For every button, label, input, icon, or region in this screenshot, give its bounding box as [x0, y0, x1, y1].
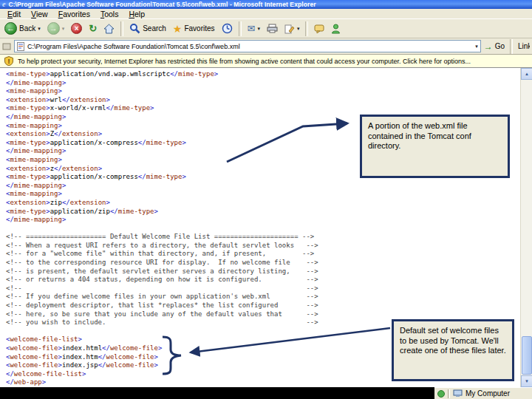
- address-bar: C:\Program Files\Apache Software Foundat…: [0, 38, 532, 55]
- back-dropdown-icon[interactable]: ▾: [38, 26, 41, 32]
- mail-button[interactable]: ✉ ▾: [245, 23, 263, 34]
- favorites-star-icon: ★: [173, 24, 183, 34]
- security-shield-icon: !: [4, 56, 13, 66]
- address-input[interactable]: C:\Program Files\Apache Software Foundat…: [14, 40, 481, 52]
- edit-dropdown-icon[interactable]: ▾: [297, 26, 300, 32]
- menu-favorites[interactable]: Favorites: [53, 10, 95, 18]
- favorites-label: Favorites: [184, 24, 214, 33]
- go-arrow-icon: →: [484, 41, 493, 52]
- go-label: Go: [495, 42, 505, 50]
- go-button[interactable]: → Go: [484, 41, 505, 52]
- address-value: C:\Program Files\Apache Software Foundat…: [27, 43, 240, 50]
- xml-line: <mime-type>application/zip</mime-type>: [6, 208, 520, 216]
- toolbar-separator: [305, 21, 308, 36]
- xml-line: </mime-mapping>: [6, 216, 520, 225]
- stop-icon: ×: [71, 23, 82, 34]
- title-bar[interactable]: e C:\Program Files\Apache Software Found…: [0, 0, 532, 9]
- menu-tools[interactable]: Tools: [95, 10, 124, 18]
- mail-dropdown-icon[interactable]: ▾: [257, 26, 260, 32]
- address-dropdown-icon[interactable]: ▾: [475, 44, 478, 50]
- print-button[interactable]: [264, 23, 281, 34]
- xml-line: <!-- is present, the default servlet eit…: [6, 267, 520, 276]
- addressbar-separator: [510, 39, 513, 54]
- window-title: C:\Program Files\Apache Software Foundat…: [8, 1, 316, 8]
- information-bar[interactable]: ! To help protect your security, Interne…: [0, 55, 532, 68]
- toolbar-separator: [120, 21, 123, 36]
- ie-logo-icon: e: [2, 1, 5, 8]
- edit-icon: [284, 24, 295, 34]
- scroll-down-button[interactable]: ▼: [521, 375, 532, 387]
- xml-line: <!-- When a request URI refers to a dire…: [6, 242, 520, 250]
- back-label: Back: [19, 24, 35, 33]
- menu-view[interactable]: View: [26, 10, 53, 18]
- xml-line: <mime-mapping>: [6, 190, 520, 199]
- xml-line: <!-- deployment descriptor, that list *r…: [6, 301, 520, 310]
- annotation-text-welcome-files: Default set of welcome files to be used …: [400, 326, 506, 355]
- home-button[interactable]: [100, 23, 117, 35]
- annotation-box-welcome-files: Default set of welcome files to be used …: [392, 319, 514, 381]
- refresh-button[interactable]: ↻: [86, 23, 100, 34]
- menu-help[interactable]: Help: [123, 10, 150, 18]
- xml-line: <!-- -->: [6, 284, 520, 293]
- xml-line: <mime-type>application/vnd.wap.wmlscript…: [6, 70, 520, 79]
- xml-line: <!-- for a "welcome file" within that di…: [6, 250, 520, 259]
- links-label[interactable]: Links: [518, 42, 530, 50]
- annotation-box-webxml: A portion of the web.xml file contained …: [360, 115, 510, 178]
- xml-line: <!-- If you define welcome files in your…: [6, 293, 520, 301]
- forward-button[interactable]: → ▾: [44, 21, 68, 35]
- search-icon: [129, 23, 140, 34]
- xml-line: <!-- to the corresponding resource URI f…: [6, 259, 520, 267]
- infobar-text: To help protect your security, Internet …: [18, 58, 471, 65]
- address-bar-icon: [2, 42, 11, 51]
- toolbar: ← Back ▾ → ▾ × ↻ Search ★ Favorites: [0, 19, 532, 38]
- xml-line: <!-- or returns a 404 status, depending …: [6, 276, 520, 284]
- status-zone-icon: [437, 390, 445, 398]
- forward-dropdown-icon: ▾: [62, 26, 65, 32]
- back-icon: ←: [4, 22, 17, 35]
- scroll-up-button[interactable]: ▲: [521, 68, 532, 80]
- favorites-button[interactable]: ★ Favorites: [170, 23, 218, 35]
- mail-icon: ✉: [248, 24, 256, 33]
- xml-line: <mime-type>x-world/x-vrml</mime-type>: [6, 104, 520, 113]
- toolbar-separator: [239, 21, 242, 36]
- status-separator: [448, 389, 450, 398]
- history-icon: [222, 23, 233, 34]
- ie-window: e C:\Program Files\Apache Software Found…: [0, 0, 532, 399]
- edit-button[interactable]: ▾: [282, 23, 303, 35]
- xml-line: <!-- here, so be sure that you include a…: [6, 310, 520, 319]
- menu-bar: Edit View Favorites Tools Help: [0, 9, 532, 19]
- discuss-button[interactable]: [311, 24, 327, 34]
- home-icon: [103, 24, 115, 34]
- page-content: <mime-type>application/vnd.wap.wmlscript…: [0, 68, 532, 387]
- refresh-icon: ↻: [89, 24, 97, 33]
- back-button[interactable]: ← Back ▾: [1, 21, 44, 35]
- xml-line: [6, 225, 520, 233]
- xml-line: <mime-mapping>: [6, 87, 520, 96]
- search-button[interactable]: Search: [126, 22, 169, 35]
- discuss-icon: [314, 24, 324, 33]
- xml-page-icon: [17, 42, 24, 51]
- xml-line: <extension>zip</extension>: [6, 199, 520, 208]
- status-zone-label: My Computer: [466, 389, 510, 398]
- status-bar: My Computer: [0, 387, 532, 399]
- svg-text:!: !: [8, 58, 10, 65]
- xml-line: <!-- ==================== Default Welcom…: [6, 233, 520, 242]
- vertical-scrollbar[interactable]: ▲ ▼: [520, 68, 532, 387]
- search-label: Search: [143, 24, 166, 33]
- messenger-button[interactable]: [328, 23, 344, 35]
- annotation-text-webxml: A portion of the web.xml file contained …: [368, 121, 471, 150]
- xml-line: </mime-mapping>: [6, 182, 520, 191]
- forward-icon: →: [47, 22, 60, 35]
- my-computer-icon: [453, 389, 463, 398]
- xml-line: </mime-mapping>: [6, 79, 520, 88]
- menu-edit[interactable]: Edit: [2, 10, 26, 18]
- history-button[interactable]: [219, 22, 236, 35]
- messenger-icon: [331, 24, 341, 34]
- print-icon: [267, 24, 278, 33]
- xml-line: <extension>wrl</extension>: [6, 96, 520, 105]
- stop-button[interactable]: ×: [68, 22, 85, 35]
- status-zone-panel: My Computer: [434, 387, 532, 399]
- scroll-thumb[interactable]: [522, 336, 532, 375]
